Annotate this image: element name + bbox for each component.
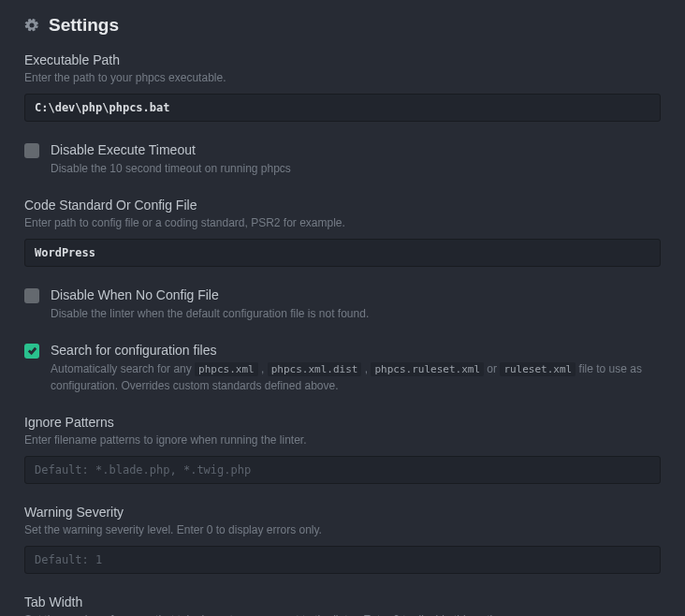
setting-desc: Disable the linter when the default conf…: [51, 305, 661, 322]
setting-title: Code Standard Or Config File: [24, 198, 661, 213]
code-token: phpcs.xml.dist: [268, 362, 362, 376]
setting-desc: Enter filename patterns to ignore when r…: [24, 433, 661, 448]
warning-severity-input[interactable]: [24, 546, 661, 574]
setting-executable-path: Executable Path Enter the path to your p…: [24, 52, 661, 122]
setting-disable-timeout: Disable Execute Timeout Disable the 10 s…: [24, 142, 661, 177]
code-token: phpcs.ruleset.xml: [371, 362, 484, 376]
setting-desc: Disable the 10 second timeout on running…: [51, 160, 661, 177]
setting-ignore-patterns: Ignore Patterns Enter filename patterns …: [24, 415, 661, 484]
setting-title: Ignore Patterns: [24, 415, 661, 430]
setting-desc: Enter the path to your phpcs executable.: [24, 70, 661, 86]
disable-no-config-checkbox[interactable]: [24, 288, 39, 303]
setting-title: Warning Severity: [24, 505, 661, 520]
setting-code-standard: Code Standard Or Config File Enter path …: [24, 198, 661, 267]
search-config-checkbox[interactable]: [24, 344, 39, 359]
ignore-patterns-input[interactable]: [24, 456, 661, 484]
setting-title: Executable Path: [24, 52, 661, 67]
setting-disable-no-config: Disable When No Config File Disable the …: [24, 287, 661, 322]
setting-tab-width: Tab Width Set the number of spaces that …: [24, 594, 661, 616]
setting-title: Disable Execute Timeout: [51, 142, 661, 157]
setting-desc: Enter path to config file or a coding st…: [24, 215, 661, 231]
disable-timeout-checkbox[interactable]: [24, 143, 39, 158]
setting-desc: Set the warning severity level. Enter 0 …: [24, 522, 661, 538]
page-title: Settings: [49, 15, 119, 36]
code-token: ruleset.xml: [500, 362, 576, 376]
setting-desc: Set the number of spaces that tab charac…: [24, 612, 661, 616]
setting-desc: Automatically search for any phpcs.xml ,…: [51, 360, 661, 395]
settings-header: Settings: [24, 15, 661, 36]
setting-search-config: Search for configuration files Automatic…: [24, 343, 661, 395]
settings-panel: Settings Executable Path Enter the path …: [0, 0, 685, 616]
check-icon: [27, 345, 37, 356]
setting-warning-severity: Warning Severity Set the warning severit…: [24, 505, 661, 574]
gear-icon: [24, 18, 39, 33]
executable-path-input[interactable]: [24, 94, 661, 122]
code-standard-input[interactable]: [24, 239, 661, 267]
setting-title: Search for configuration files: [51, 343, 661, 358]
code-token: phpcs.xml: [195, 362, 258, 376]
setting-title: Tab Width: [24, 594, 661, 609]
setting-title: Disable When No Config File: [51, 287, 661, 302]
